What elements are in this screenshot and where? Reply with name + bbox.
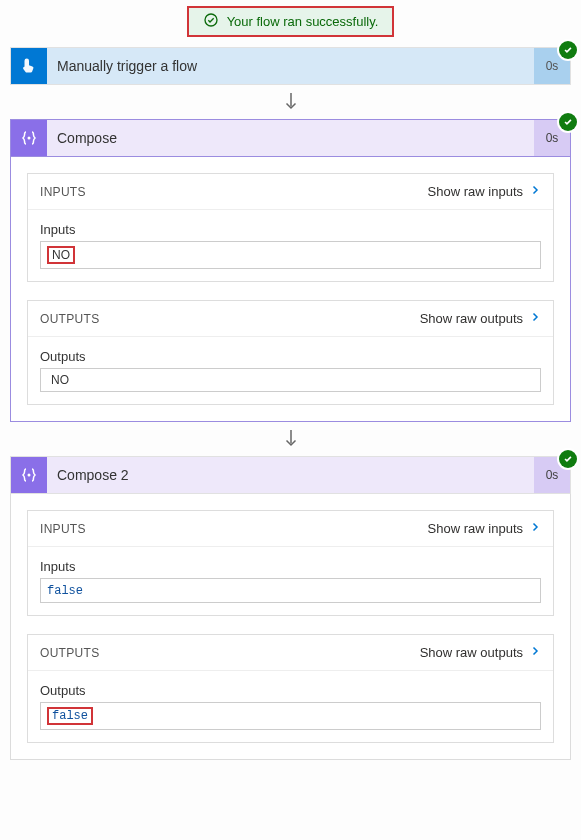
inputs-value-box: false <box>40 578 541 603</box>
trigger-card[interactable]: Manually trigger a flow 0s <box>10 47 571 85</box>
show-raw-outputs-link[interactable]: Show raw outputs <box>420 645 541 660</box>
flow-arrow-icon <box>10 85 571 119</box>
chevron-right-icon <box>529 645 541 660</box>
outputs-field-label: Outputs <box>40 683 541 698</box>
inputs-section: INPUTS Show raw inputs Inputs NO <box>27 173 554 282</box>
inputs-value: false <box>47 584 83 598</box>
flow-arrow-icon <box>10 422 571 456</box>
outputs-value-box: NO <box>40 368 541 392</box>
brackets-icon <box>11 120 47 156</box>
outputs-value: false <box>47 707 93 725</box>
compose2-title: Compose 2 <box>47 467 534 483</box>
show-raw-inputs-link[interactable]: Show raw inputs <box>428 521 541 536</box>
compose2-body: INPUTS Show raw inputs Inputs false OUTP… <box>10 494 571 760</box>
touch-icon <box>11 48 47 84</box>
inputs-field-label: Inputs <box>40 222 541 237</box>
outputs-value: NO <box>47 373 69 387</box>
show-raw-outputs-text: Show raw outputs <box>420 645 523 660</box>
compose-title: Compose <box>47 130 534 146</box>
chevron-right-icon <box>529 311 541 326</box>
svg-point-0 <box>205 14 217 26</box>
compose-card[interactable]: Compose 0s <box>10 119 571 157</box>
success-banner: Your flow ran successfully. <box>187 6 395 37</box>
outputs-header-label: OUTPUTS <box>40 646 99 660</box>
success-badge-icon <box>559 113 577 131</box>
show-raw-outputs-link[interactable]: Show raw outputs <box>420 311 541 326</box>
inputs-value: NO <box>47 246 75 264</box>
chevron-right-icon <box>529 521 541 536</box>
show-raw-inputs-text: Show raw inputs <box>428 521 523 536</box>
inputs-header-label: INPUTS <box>40 522 86 536</box>
outputs-section: OUTPUTS Show raw outputs Outputs NO <box>27 300 554 405</box>
check-circle-icon <box>203 12 219 31</box>
show-raw-inputs-link[interactable]: Show raw inputs <box>428 184 541 199</box>
inputs-value-box: NO <box>40 241 541 269</box>
compose-body: INPUTS Show raw inputs Inputs NO OUTPUTS <box>10 157 571 422</box>
inputs-section: INPUTS Show raw inputs Inputs false <box>27 510 554 616</box>
outputs-value-box: false <box>40 702 541 730</box>
svg-point-2 <box>28 137 30 139</box>
compose2-card[interactable]: Compose 2 0s <box>10 456 571 494</box>
inputs-field-label: Inputs <box>40 559 541 574</box>
outputs-field-label: Outputs <box>40 349 541 364</box>
show-raw-inputs-text: Show raw inputs <box>428 184 523 199</box>
trigger-title: Manually trigger a flow <box>47 58 534 74</box>
outputs-section: OUTPUTS Show raw outputs Outputs false <box>27 634 554 743</box>
svg-point-4 <box>28 474 30 476</box>
brackets-icon <box>11 457 47 493</box>
success-badge-icon <box>559 450 577 468</box>
inputs-header-label: INPUTS <box>40 185 86 199</box>
chevron-right-icon <box>529 184 541 199</box>
success-banner-text: Your flow ran successfully. <box>227 14 379 29</box>
show-raw-outputs-text: Show raw outputs <box>420 311 523 326</box>
success-badge-icon <box>559 41 577 59</box>
outputs-header-label: OUTPUTS <box>40 312 99 326</box>
